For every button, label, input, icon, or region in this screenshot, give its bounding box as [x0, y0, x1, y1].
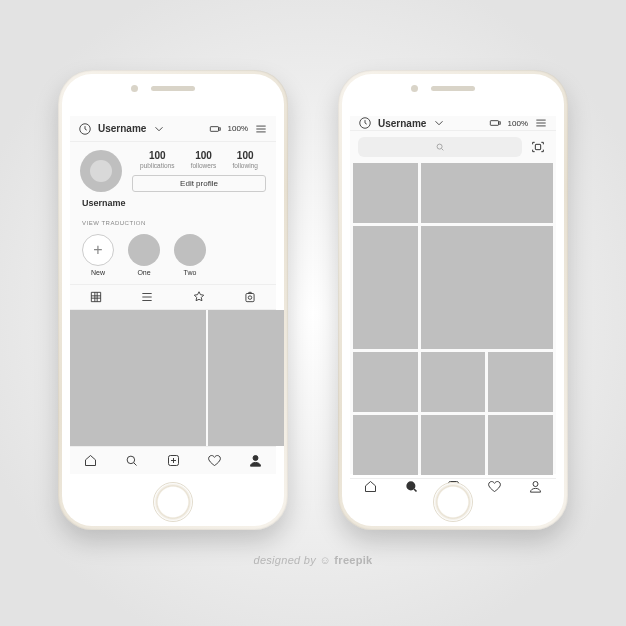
svg-point-7 [253, 456, 258, 461]
nav-home-icon[interactable] [350, 479, 391, 494]
tab-list-icon[interactable] [122, 285, 174, 309]
view-tabs [70, 284, 276, 310]
phone-camera [411, 85, 418, 92]
nav-search-icon[interactable] [111, 447, 152, 474]
explore-thumb[interactable] [421, 415, 486, 475]
stat-publications[interactable]: 100publications [140, 150, 174, 171]
highlight-item[interactable]: Two [174, 234, 206, 276]
header-username[interactable]: Username [378, 118, 426, 129]
battery-icon [488, 116, 502, 130]
phone-camera [131, 85, 138, 92]
post-thumb[interactable] [70, 310, 206, 446]
highlight-item[interactable]: One [128, 234, 160, 276]
nav-home-icon[interactable] [70, 447, 111, 474]
explore-thumb[interactable] [421, 226, 553, 349]
highlights-row: +New One Two [70, 230, 276, 284]
app-header: Username 100% [70, 116, 276, 142]
nav-add-icon[interactable] [152, 447, 193, 474]
svg-rect-1 [210, 126, 218, 131]
tab-grid-icon[interactable] [70, 285, 122, 309]
home-button[interactable] [153, 482, 193, 522]
bottom-nav [70, 446, 276, 474]
nav-profile-icon[interactable] [235, 447, 276, 474]
battery-percent: 100% [228, 124, 248, 133]
nav-search-icon[interactable] [391, 479, 432, 494]
stat-following[interactable]: 100following [233, 150, 258, 171]
avatar[interactable] [80, 150, 122, 192]
chevron-down-icon[interactable] [432, 116, 446, 130]
svg-rect-3 [246, 294, 254, 302]
svg-point-4 [249, 296, 253, 300]
home-button[interactable] [433, 482, 473, 522]
scan-icon[interactable] [528, 137, 548, 157]
explore-thumb[interactable] [353, 415, 418, 475]
svg-point-15 [533, 482, 538, 487]
edit-profile-button[interactable]: Edit profile [132, 175, 266, 192]
highlight-new[interactable]: +New [82, 234, 114, 276]
screen-explore: Username 100% [350, 116, 556, 474]
svg-rect-10 [499, 122, 500, 124]
phone-mockup-explore: Username 100% [338, 70, 568, 530]
post-grid [70, 310, 276, 446]
bio-name: Username [70, 196, 276, 214]
battery-percent: 100% [508, 119, 528, 128]
explore-thumb[interactable] [353, 226, 418, 349]
tab-tagged-icon[interactable] [225, 285, 277, 309]
phone-speaker [151, 86, 195, 91]
svg-rect-9 [490, 121, 498, 126]
chevron-down-icon[interactable] [152, 122, 166, 136]
explore-thumb[interactable] [488, 352, 553, 412]
svg-rect-12 [535, 144, 540, 149]
battery-icon [208, 122, 222, 136]
nav-heart-icon[interactable] [474, 479, 515, 494]
menu-icon[interactable] [534, 116, 548, 130]
explore-thumb[interactable] [488, 415, 553, 475]
stat-followers[interactable]: 100followers [191, 150, 217, 171]
svg-rect-2 [219, 127, 220, 129]
explore-thumb[interactable] [353, 352, 418, 412]
screen-profile: Username 100% 100publications 100followe… [70, 116, 276, 474]
credit-line: designed by ☺ freepik [253, 554, 372, 566]
menu-icon[interactable] [254, 122, 268, 136]
nav-profile-icon[interactable] [515, 479, 556, 494]
svg-point-13 [407, 482, 415, 490]
post-thumb[interactable] [208, 310, 284, 446]
svg-point-11 [437, 144, 442, 149]
explore-grid [350, 163, 556, 478]
explore-thumb[interactable] [421, 352, 486, 412]
explore-thumb[interactable] [421, 163, 553, 223]
phone-speaker [431, 86, 475, 91]
phone-mockup-profile: Username 100% 100publications 100followe… [58, 70, 288, 530]
explore-thumb[interactable] [353, 163, 418, 223]
search-input[interactable] [358, 137, 522, 157]
nav-heart-icon[interactable] [194, 447, 235, 474]
svg-point-5 [127, 456, 135, 464]
header-username[interactable]: Username [98, 123, 146, 134]
activity-icon[interactable] [358, 116, 372, 130]
activity-icon[interactable] [78, 122, 92, 136]
view-translation-link[interactable]: VIEW TRADUCTION [70, 214, 276, 230]
tab-star-icon[interactable] [173, 285, 225, 309]
app-header: Username 100% [350, 116, 556, 131]
